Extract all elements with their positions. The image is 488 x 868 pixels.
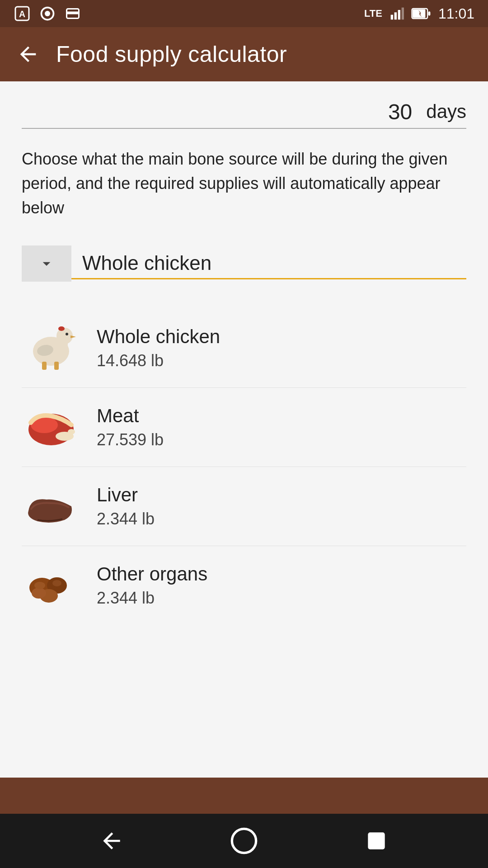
svg-rect-12 [428, 11, 431, 15]
status-bar-left: A [14, 5, 81, 22]
food-name-organs: Other organs [97, 563, 207, 585]
svg-rect-34 [368, 832, 385, 849]
time-display: 11:01 [438, 5, 474, 22]
app-bar: Food supply calculator [0, 27, 488, 81]
chicken-image [22, 323, 80, 373]
circle-icon [39, 5, 56, 22]
list-item: Meat 27.539 lb [22, 388, 466, 467]
svg-rect-15 [42, 362, 47, 370]
svg-rect-6 [391, 15, 393, 20]
food-amount-chicken: 14.648 lb [97, 351, 220, 370]
svg-point-3 [45, 11, 50, 16]
dropdown-row: Whole chicken [22, 245, 466, 282]
food-name-chicken: Whole chicken [97, 326, 220, 348]
food-name-liver: Liver [97, 484, 155, 506]
lte-indicator: LTE [364, 8, 382, 19]
nav-back-button[interactable] [95, 825, 128, 857]
svg-point-21 [66, 333, 68, 335]
nav-recents-button[interactable] [360, 825, 393, 857]
svg-rect-8 [398, 10, 400, 19]
dropdown-selected-value: Whole chicken [82, 252, 459, 274]
svg-rect-11 [413, 9, 425, 18]
page-title: Food supply calculator [56, 41, 287, 67]
card-icon [64, 5, 81, 22]
food-amount-liver: 2.344 lb [97, 509, 155, 528]
description-text: Choose what the main bone source will be… [22, 147, 466, 220]
back-button[interactable] [16, 42, 40, 66]
dropdown-selected-container[interactable]: Whole chicken [71, 248, 466, 279]
bottom-bar [0, 778, 488, 814]
dropdown-button[interactable] [22, 245, 71, 282]
food-name-meat: Meat [97, 405, 164, 427]
svg-rect-16 [54, 362, 59, 370]
svg-point-32 [52, 580, 61, 586]
text-a-icon: A [14, 5, 31, 22]
svg-rect-7 [394, 12, 397, 19]
organs-image [22, 561, 80, 610]
nav-bar [0, 814, 488, 868]
food-info-organs: Other organs 2.344 lb [97, 563, 207, 608]
svg-rect-9 [402, 8, 404, 20]
list-item: Liver 2.344 lb [22, 467, 466, 546]
svg-rect-5 [67, 12, 79, 14]
food-list: Whole chicken 14.648 lb [22, 309, 466, 625]
status-bar: A LTE 11:01 [0, 0, 488, 27]
svg-point-26 [68, 429, 75, 434]
svg-point-33 [232, 829, 256, 853]
main-content: days Choose what the main bone source wi… [0, 81, 488, 778]
liver-image [22, 481, 80, 531]
svg-point-30 [32, 588, 46, 599]
signal-icon [389, 6, 404, 21]
food-info-chicken: Whole chicken 14.648 lb [97, 326, 220, 370]
battery-icon [411, 7, 431, 20]
list-item: Whole chicken 14.648 lb [22, 309, 466, 388]
svg-marker-20 [70, 335, 76, 338]
svg-point-19 [56, 328, 73, 344]
svg-point-31 [34, 582, 45, 589]
meat-image [22, 402, 80, 452]
svg-text:A: A [19, 9, 25, 19]
food-info-liver: Liver 2.344 lb [97, 484, 155, 528]
status-bar-right: LTE 11:01 [364, 5, 474, 22]
food-amount-organs: 2.344 lb [97, 589, 207, 608]
nav-home-button[interactable] [228, 825, 260, 857]
days-input[interactable] [365, 99, 419, 124]
food-amount-meat: 27.539 lb [97, 430, 164, 449]
svg-point-22 [58, 326, 65, 331]
days-row: days [22, 99, 466, 129]
days-label: days [426, 101, 466, 123]
food-info-meat: Meat 27.539 lb [97, 405, 164, 449]
list-item: Other organs 2.344 lb [22, 546, 466, 625]
